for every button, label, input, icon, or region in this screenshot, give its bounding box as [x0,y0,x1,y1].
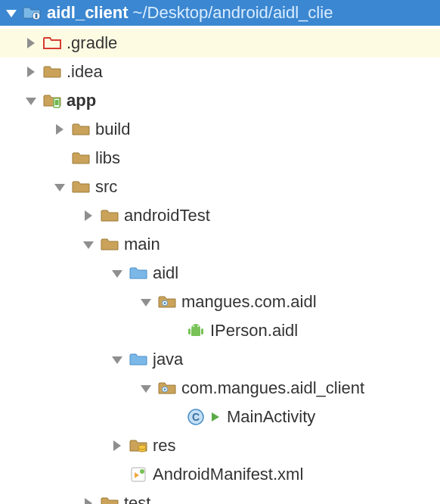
tree-item-mainactivity[interactable]: MainActivity [0,403,440,431]
tree-item-label: main [124,235,160,254]
tree-item-pkg-aidl[interactable]: mangues.com.aidl [0,288,440,316]
tree-item-label: src [95,177,117,197]
folder-icon [71,150,91,166]
source-folder-icon [129,351,148,368]
folder-icon [100,495,119,504]
tree-item-gradle[interactable]: .gradle [0,29,440,58]
tree-item-label: AndroidManifest.xml [153,465,303,484]
class-icon [186,409,206,425]
folder-icon [100,207,119,224]
tree-item-iperson[interactable]: IPerson.aidl [0,316,440,345]
expand-arrow-icon[interactable] [109,437,125,454]
package-folder-icon [157,380,177,397]
tree-item-pkg-java[interactable]: com.mangues.aidl_client [0,374,440,403]
tree-item-label: res [153,436,176,456]
tree-item-aidl[interactable]: aidl [0,259,440,288]
folder-icon [71,179,91,195]
folder-icon [42,35,62,51]
resource-folder-icon [129,437,148,454]
tree-item-label: IPerson.aidl [210,321,298,341]
folder-icon [71,121,91,138]
tree-item-src[interactable]: src [0,173,440,201]
tree-item-label: app [67,91,96,110]
project-header[interactable]: aidl_client ~/Desktop/android/aidl_clie [0,0,440,26]
tree-item-idea[interactable]: .idea [0,58,440,86]
collapse-arrow-icon[interactable] [109,265,125,282]
expand-arrow-icon[interactable] [51,121,68,138]
expand-arrow-icon[interactable] [80,495,97,504]
tree-item-build[interactable]: build [0,115,440,144]
runnable-icon [210,411,224,423]
project-path: ~/Desktop/android/aidl_clie [133,3,333,23]
tree-item-app[interactable]: app [0,86,440,115]
tree-item-manifest[interactable]: AndroidManifest.xml [0,460,440,489]
xml-file-icon [129,466,148,483]
tree-item-java[interactable]: java [0,345,440,374]
tree-item-label: androidTest [124,206,210,226]
tree-item-label: mangues.com.aidl [181,292,317,312]
collapse-arrow-icon[interactable] [80,236,97,253]
tree-item-label: java [153,350,183,369]
tree-item-libs[interactable]: libs [0,144,440,173]
folder-icon [42,64,62,80]
package-folder-icon [157,294,177,310]
tree-item-androidtest[interactable]: androidTest [0,201,440,230]
collapse-arrow-icon[interactable] [51,179,68,195]
expand-arrow-icon[interactable] [80,207,97,224]
collapse-arrow-icon[interactable] [138,380,154,397]
tree-item-label: .idea [67,62,103,82]
source-folder-icon [129,265,148,282]
tree-item-label: MainActivity [227,407,315,427]
collapse-arrow-icon[interactable] [23,92,39,109]
collapse-arrow-icon[interactable] [138,294,154,310]
tree-item-label: aidl [153,263,178,283]
tree-item-label: build [95,120,130,139]
project-icon [23,5,42,21]
folder-icon [100,236,119,253]
tree-item-test[interactable]: test [0,489,440,504]
collapse-arrow-icon[interactable] [109,351,125,368]
expand-arrow-icon[interactable] [23,64,39,80]
tree-item-main[interactable]: main [0,230,440,259]
module-icon [42,92,62,109]
expand-arrow-icon [5,6,20,20]
project-tree: .gradle .idea app build [0,26,440,504]
tree-item-res[interactable]: res [0,431,440,460]
project-name: aidl_client [47,3,129,23]
tree-item-label: com.mangues.aidl_client [181,378,364,398]
tree-item-label: libs [95,148,120,168]
android-icon [186,322,206,339]
tree-item-label: test [124,493,150,504]
expand-arrow-icon[interactable] [23,35,39,51]
tree-item-label: .gradle [67,33,117,53]
